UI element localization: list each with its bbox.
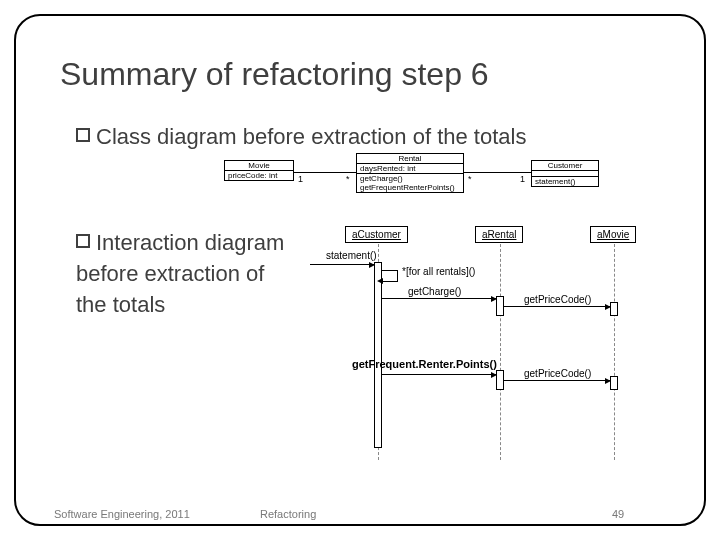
activation-movie-2 <box>610 376 618 390</box>
msg-getfreq: getFrequent.Renter.Points() <box>352 358 497 370</box>
mult-1b: 1 <box>520 174 525 184</box>
lifeline-movie <box>614 244 615 460</box>
arrow-getpricecode1 <box>504 306 610 307</box>
bullet-box-icon <box>76 128 90 142</box>
class-rental-name: Rental <box>357 154 463 164</box>
mult-star1: * <box>346 174 350 184</box>
footer-page: 49 <box>612 508 624 520</box>
bullet-box-icon <box>76 234 90 248</box>
activation-rental-2 <box>496 370 504 390</box>
slide-title: Summary of refactoring step 6 <box>60 56 489 93</box>
msg-getpricecode1: getPriceCode() <box>524 294 591 305</box>
class-rental-attr: daysRented: int <box>357 164 463 173</box>
lifeline-rental <box>500 244 501 460</box>
msg-loop: *[for all rentals]() <box>402 266 475 277</box>
class-movie: Movie priceCode: int <box>224 160 294 181</box>
class-rental-op2: getFrequentRenterPoints() <box>357 183 463 192</box>
mult-star2: * <box>468 174 472 184</box>
bullet-1-text: Class diagram before extraction of the t… <box>96 122 526 153</box>
msg-getcharge: getCharge() <box>408 286 461 297</box>
footer-left: Software Engineering, 2011 <box>54 508 190 520</box>
class-movie-name: Movie <box>225 161 293 171</box>
seq-obj-customer: aCustomer <box>345 226 408 243</box>
assoc-movie-rental <box>294 172 356 173</box>
arrow-statement <box>310 264 374 265</box>
activation-customer <box>374 262 382 448</box>
bullet-2-line1: Interaction diagram <box>96 228 284 259</box>
arrow-getpricecode2 <box>504 380 610 381</box>
seq-obj-movie: aMovie <box>590 226 636 243</box>
msg-getpricecode2: getPriceCode() <box>524 368 591 379</box>
class-customer-op: statement() <box>532 177 598 186</box>
footer-mid: Refactoring <box>260 508 316 520</box>
class-customer-name: Customer <box>532 161 598 171</box>
arrow-getcharge <box>382 298 496 299</box>
activation-rental-1 <box>496 296 504 316</box>
bullet-2: Interaction diagram before extraction of… <box>76 228 284 320</box>
class-movie-attr: priceCode: int <box>225 171 293 180</box>
selfarrow-loop <box>382 270 398 282</box>
mult-1a: 1 <box>298 174 303 184</box>
class-rental-op1: getCharge() <box>357 173 463 183</box>
bullet-2-line2: before extraction of <box>76 259 284 290</box>
bullet-1: Class diagram before extraction of the t… <box>76 122 526 153</box>
class-customer: Customer statement() <box>531 160 599 187</box>
arrow-getfreq <box>382 374 496 375</box>
seq-obj-rental: aRental <box>475 226 523 243</box>
class-rental: Rental daysRented: int getCharge() getFr… <box>356 153 464 193</box>
msg-statement: statement() <box>326 250 377 261</box>
bullet-2-line3: the totals <box>76 290 284 321</box>
activation-movie-1 <box>610 302 618 316</box>
assoc-rental-customer <box>464 172 531 173</box>
